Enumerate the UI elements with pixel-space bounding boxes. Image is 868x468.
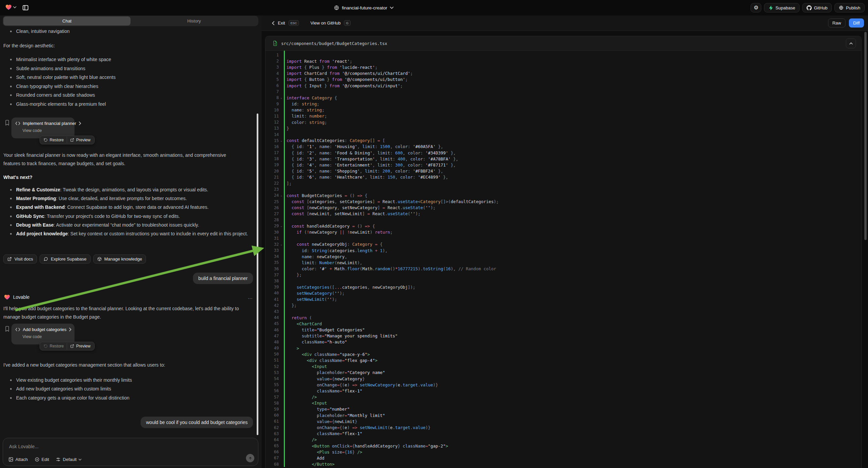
visit-docs-button[interactable]: Visit docs <box>3 255 37 264</box>
bookmark-icon[interactable] <box>5 119 10 126</box>
tab-chat[interactable]: Chat <box>3 17 130 26</box>
mode-select[interactable]: Default <box>56 457 82 462</box>
explore-supabase-button[interactable]: Explore Supabase <box>39 255 90 264</box>
exit-button[interactable]: Exit <box>278 21 285 26</box>
supabase-button[interactable]: Supabase <box>764 3 800 12</box>
list-item: Debug with Ease: Activate our experiment… <box>3 221 251 229</box>
view-code-link[interactable]: View code <box>23 334 70 339</box>
line-number: 14 <box>266 132 279 137</box>
line-number: 65 <box>266 443 279 448</box>
chevron-left-icon <box>272 21 275 25</box>
code-line: 19 { id: '4', name: 'Entertainment', lim… <box>266 162 861 168</box>
edit-button[interactable]: Edit <box>35 457 49 462</box>
assistant-paragraph: Your sleek financial planner is now read… <box>3 151 238 168</box>
restore-button[interactable]: Restore <box>40 137 67 143</box>
code-line: 53 placeholder="Category name" <box>266 370 861 376</box>
code-line: 12 color: string; <box>266 119 861 125</box>
top-bar: financial-future-creator ⚙ Supabase GitH… <box>0 0 868 16</box>
view-on-github-button[interactable]: View on GitHub <box>310 21 341 26</box>
line-number: 16 <box>266 144 279 149</box>
version-card-implement-financial-planner[interactable]: Implement financial planner View code <box>11 117 74 138</box>
preview-button[interactable]: Preview <box>67 343 94 350</box>
collapse-file-button[interactable] <box>846 38 856 48</box>
github-button[interactable]: GitHub <box>802 3 832 12</box>
code-editor[interactable]: 12import React from 'react';3import { Pl… <box>266 51 861 467</box>
line-number: 26 <box>266 205 279 210</box>
supabase-bolt-icon <box>768 5 773 10</box>
code-line: 10 name: string; <box>266 107 861 113</box>
line-number: 33 <box>266 248 279 253</box>
line-number: 10 <box>266 108 279 113</box>
fold-chevron-icon[interactable]: ⌄ <box>279 139 284 142</box>
code-line: 43 <box>266 309 861 315</box>
chevron-right-icon <box>79 121 81 125</box>
chevron-down-icon <box>390 6 394 9</box>
assistant-header: Lovable … <box>4 294 253 300</box>
restore-preview-bar: Restore Preview <box>39 136 95 144</box>
code-lines: 12import React from 'react';3import { Pl… <box>266 52 861 467</box>
code-line: 39 setCategories([...categories, newCate… <box>266 284 861 290</box>
line-number: 11 <box>266 114 279 118</box>
raw-toggle[interactable]: Raw <box>828 19 845 28</box>
code-scrollbar[interactable] <box>864 32 867 240</box>
list-item: Soft, neutral color palette with light b… <box>3 73 252 82</box>
code-line: 55 onChange={(e) => setNewCategory(e.tar… <box>266 382 861 388</box>
chat-scrollbar[interactable] <box>257 114 258 435</box>
code-line: 46 title="Budget Categories" <box>266 327 861 333</box>
view-code-link[interactable]: View code <box>23 128 70 133</box>
line-number: 3 <box>266 65 279 69</box>
message-menu-icon[interactable]: … <box>248 294 253 300</box>
restore-preview-bar: Restore Preview <box>39 342 95 351</box>
line-number: 19 <box>266 163 279 167</box>
manage-knowledge-button[interactable]: Manage knowledge <box>93 255 146 264</box>
line-number: 1 <box>266 53 279 57</box>
publish-button[interactable]: Publish <box>834 3 865 12</box>
fold-chevron-icon[interactable]: ⌄ <box>279 243 284 246</box>
publish-label: Publish <box>846 5 860 10</box>
fold-chevron-icon[interactable]: ⌄ <box>279 194 284 197</box>
fold-chevron-icon[interactable]: ⌄ <box>279 96 284 99</box>
restore-button[interactable]: Restore <box>40 343 67 350</box>
line-number: 5 <box>266 77 279 82</box>
preview-button[interactable]: Preview <box>67 137 94 143</box>
code-line: 50 <div className="space-y-6"> <box>266 351 861 357</box>
code-line: 33 id: String(categories.length + 1), <box>266 247 861 254</box>
fold-chevron-icon[interactable]: ⌄ <box>279 224 284 228</box>
code-line: 67 Add <box>266 455 861 461</box>
code-line: 51 <div className="flex gap-4"> <box>266 357 861 363</box>
code-line: 36 color: '#' + Math.floor(Math.random()… <box>266 266 861 272</box>
assistant-paragraph: I'll help you add budget categories to t… <box>3 304 253 321</box>
diff-toggle[interactable]: Diff <box>849 19 864 28</box>
top-actions: ⚙ Supabase GitHub Publish <box>750 3 865 12</box>
lovable-menu[interactable] <box>5 4 17 10</box>
code-line: 48 className="h-auto" <box>266 339 861 345</box>
attach-button[interactable]: Attach <box>8 457 28 462</box>
assistant-name: Lovable <box>13 294 30 300</box>
project-switcher[interactable]: financial-future-creator <box>334 3 394 13</box>
code-line: 41 setNewLimit(''); <box>266 296 861 302</box>
code-line: 28 <box>266 217 861 223</box>
code-line: 54 value={newCategory} <box>266 376 861 382</box>
code-tag-icon <box>16 328 20 331</box>
code-line: 61 value={newLimit} <box>266 418 861 425</box>
sidebar-toggle-button[interactable] <box>21 3 30 12</box>
line-number: 34 <box>266 254 279 259</box>
code-line: 6import { Input } from '@/components/ui/… <box>266 83 861 89</box>
composer[interactable]: Ask Lovable... Attach Edit Default <box>3 438 258 466</box>
version-card-add-budget-categories[interactable]: Add budget categories View code <box>11 324 74 345</box>
tab-history[interactable]: History <box>130 17 258 26</box>
code-line: 5import { Button } from '@/components/ui… <box>266 77 861 83</box>
list-item: View existing budget categories with the… <box>3 376 252 384</box>
code-line: 34 name: newCategory, <box>266 254 861 260</box>
send-button[interactable] <box>246 454 254 462</box>
bookmark-icon[interactable] <box>5 326 10 332</box>
chat-bullet: Clean, intuitive navigation <box>3 27 252 36</box>
line-number: 7 <box>266 89 279 94</box>
settings-button[interactable]: ⚙ <box>750 3 761 12</box>
code-line: 13} <box>266 125 861 131</box>
github-label: GitHub <box>814 5 828 10</box>
list-item: Refine & Customize: Tweak the design, an… <box>3 185 251 194</box>
list-item: Glass-morphic elements for a premium fee… <box>3 100 252 109</box>
chat-panel: Chat History Clean, intuitive navigation… <box>0 16 262 468</box>
arrow-up-icon <box>248 456 252 460</box>
